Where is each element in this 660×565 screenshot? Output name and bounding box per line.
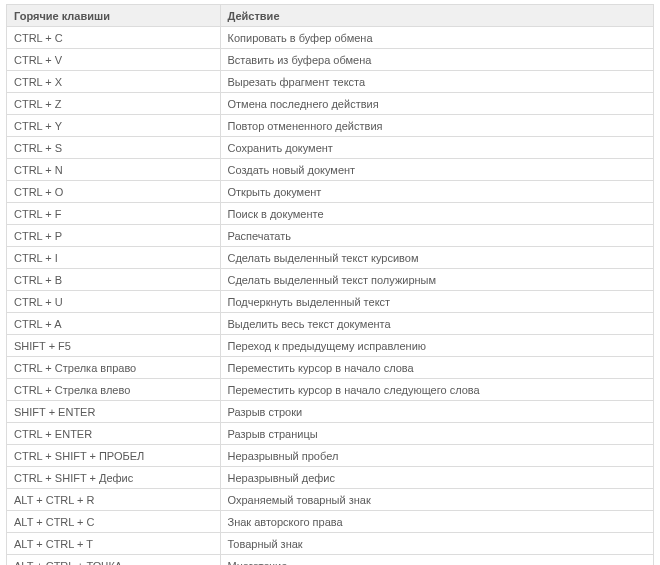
action-cell: Копировать в буфер обмена xyxy=(220,27,654,49)
table-row: CTRL + Стрелка вправоПереместить курсор … xyxy=(7,357,654,379)
action-cell: Вставить из буфера обмена xyxy=(220,49,654,71)
action-cell: Переместить курсор в начало следующего с… xyxy=(220,379,654,401)
action-cell: Поиск в документе xyxy=(220,203,654,225)
action-cell: Вырезать фрагмент текста xyxy=(220,71,654,93)
action-header: Действие xyxy=(220,5,654,27)
table-row: CTRL + IСделать выделенный текст курсиво… xyxy=(7,247,654,269)
hotkey-cell: CTRL + C xyxy=(7,27,221,49)
hotkey-cell: CTRL + B xyxy=(7,269,221,291)
table-row: CTRL + OОткрыть документ xyxy=(7,181,654,203)
action-cell: Создать новый документ xyxy=(220,159,654,181)
hotkey-cell: CTRL + F xyxy=(7,203,221,225)
table-row: ALT + CTRL + ТОЧКАМноготочие xyxy=(7,555,654,566)
action-cell: Неразрывный пробел xyxy=(220,445,654,467)
action-cell: Повтор отмененного действия xyxy=(220,115,654,137)
table-row: CTRL + BСделать выделенный текст полужир… xyxy=(7,269,654,291)
table-row: CTRL + YПовтор отмененного действия xyxy=(7,115,654,137)
action-cell: Подчеркнуть выделенный текст xyxy=(220,291,654,313)
hotkey-cell: ALT + CTRL + T xyxy=(7,533,221,555)
hotkey-cell: CTRL + O xyxy=(7,181,221,203)
table-row: CTRL + SHIFT + ПРОБЕЛНеразрывный пробел xyxy=(7,445,654,467)
action-cell: Многоточие xyxy=(220,555,654,566)
action-cell: Выделить весь текст документа xyxy=(220,313,654,335)
action-cell: Разрыв строки xyxy=(220,401,654,423)
table-row: CTRL + NСоздать новый документ xyxy=(7,159,654,181)
action-cell: Переход к предыдущему исправлению xyxy=(220,335,654,357)
hotkey-cell: CTRL + I xyxy=(7,247,221,269)
hotkey-cell: ALT + CTRL + C xyxy=(7,511,221,533)
hotkey-cell: CTRL + A xyxy=(7,313,221,335)
table-row: CTRL + ENTERРазрыв страницы xyxy=(7,423,654,445)
hotkey-cell: CTRL + Стрелка вправо xyxy=(7,357,221,379)
hotkey-cell: CTRL + Y xyxy=(7,115,221,137)
hotkey-cell: SHIFT + F5 xyxy=(7,335,221,357)
hotkey-cell: SHIFT + ENTER xyxy=(7,401,221,423)
action-cell: Товарный знак xyxy=(220,533,654,555)
action-cell: Открыть документ xyxy=(220,181,654,203)
hotkey-cell: CTRL + Z xyxy=(7,93,221,115)
action-cell: Неразрывный дефис xyxy=(220,467,654,489)
table-row: CTRL + FПоиск в документе xyxy=(7,203,654,225)
action-cell: Сделать выделенный текст курсивом xyxy=(220,247,654,269)
hotkey-cell: CTRL + P xyxy=(7,225,221,247)
hotkey-cell: CTRL + U xyxy=(7,291,221,313)
table-row: ALT + CTRL + CЗнак авторского права xyxy=(7,511,654,533)
hotkey-cell: CTRL + ENTER xyxy=(7,423,221,445)
action-cell: Сохранить документ xyxy=(220,137,654,159)
action-cell: Разрыв страницы xyxy=(220,423,654,445)
hotkey-header: Горячие клавиши xyxy=(7,5,221,27)
action-cell: Охраняемый товарный знак xyxy=(220,489,654,511)
hotkey-cell: CTRL + V xyxy=(7,49,221,71)
table-row: ALT + CTRL + RОхраняемый товарный знак xyxy=(7,489,654,511)
table-header-row: Горячие клавиши Действие xyxy=(7,5,654,27)
hotkey-table: Горячие клавиши Действие CTRL + CКопиров… xyxy=(6,4,654,565)
table-row: SHIFT + F5Переход к предыдущему исправле… xyxy=(7,335,654,357)
table-row: CTRL + AВыделить весь текст документа xyxy=(7,313,654,335)
table-row: CTRL + Стрелка влевоПереместить курсор в… xyxy=(7,379,654,401)
hotkey-cell: ALT + CTRL + ТОЧКА xyxy=(7,555,221,566)
action-cell: Распечатать xyxy=(220,225,654,247)
hotkey-cell: CTRL + SHIFT + ПРОБЕЛ xyxy=(7,445,221,467)
action-cell: Знак авторского права xyxy=(220,511,654,533)
hotkey-cell: CTRL + X xyxy=(7,71,221,93)
action-cell: Отмена последнего действия xyxy=(220,93,654,115)
table-row: CTRL + UПодчеркнуть выделенный текст xyxy=(7,291,654,313)
table-row: CTRL + CКопировать в буфер обмена xyxy=(7,27,654,49)
hotkey-cell: ALT + CTRL + R xyxy=(7,489,221,511)
table-row: CTRL + PРаспечатать xyxy=(7,225,654,247)
hotkey-cell: CTRL + N xyxy=(7,159,221,181)
table-row: CTRL + SСохранить документ xyxy=(7,137,654,159)
hotkey-cell: CTRL + Стрелка влево xyxy=(7,379,221,401)
hotkey-cell: CTRL + SHIFT + Дефис xyxy=(7,467,221,489)
table-row: CTRL + XВырезать фрагмент текста xyxy=(7,71,654,93)
action-cell: Переместить курсор в начало слова xyxy=(220,357,654,379)
table-row: CTRL + ZОтмена последнего действия xyxy=(7,93,654,115)
action-cell: Сделать выделенный текст полужирным xyxy=(220,269,654,291)
table-row: CTRL + VВставить из буфера обмена xyxy=(7,49,654,71)
table-row: SHIFT + ENTERРазрыв строки xyxy=(7,401,654,423)
table-row: ALT + CTRL + TТоварный знак xyxy=(7,533,654,555)
hotkey-cell: CTRL + S xyxy=(7,137,221,159)
table-row: CTRL + SHIFT + ДефисНеразрывный дефис xyxy=(7,467,654,489)
